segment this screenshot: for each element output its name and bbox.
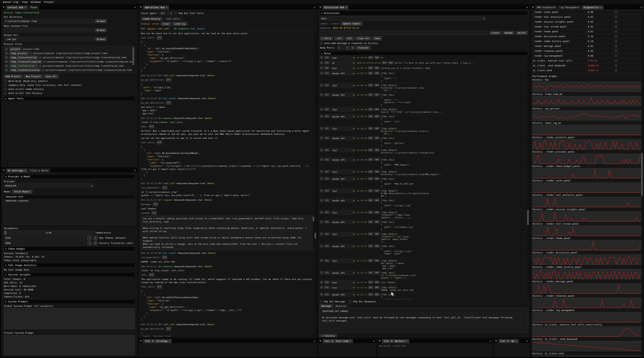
- expand-entry-button[interactable]: [+]: [324, 84, 330, 87]
- add-entry-button[interactable]: +: [320, 199, 323, 202]
- close-icon[interactable]: ×: [600, 6, 602, 8]
- expand-entry-button[interactable]: [+]: [324, 61, 330, 64]
- remove-file-button[interactable]: x: [5, 60, 8, 63]
- entry-save-button[interactable]: Save: [373, 36, 382, 40]
- truncate-button[interactable]: Truncate: [356, 46, 370, 50]
- discussion-entry-row[interactable]: +[+]Vendor API▼14:30:49InsDel[TOOL CALL]…: [320, 157, 528, 169]
- discussion-entry-row[interactable]: +[+]Tool▼14:31:07InsDel[TOOL RESULT] def…: [320, 258, 528, 270]
- diag-checkbox[interactable]: ✓: [615, 64, 617, 67]
- remove-file-button[interactable]: x: [5, 68, 8, 71]
- discussion-entry-row[interactable]: +[+]Vendor API▼14:32:21InsDel[TOOL CALL]…: [320, 292, 528, 299]
- add-entry-button[interactable]: +: [320, 158, 323, 161]
- insert-entry-button[interactable]: Ins: [368, 286, 373, 289]
- expand-entry-button[interactable]: [+]: [324, 293, 330, 296]
- project-file-row[interactable]: xprojectproject.toml: [5, 47, 134, 51]
- scrollbar[interactable]: [642, 5, 643, 356]
- delete-entry-button[interactable]: Del: [374, 137, 380, 139]
- model-list[interactable]: deepseek-chatdeepseek-reasoner: [4, 194, 135, 225]
- expand-entry-button[interactable]: [+]: [324, 245, 330, 247]
- menu-item-windows[interactable]: Windows: [29, 0, 42, 3]
- diag-checkbox[interactable]: ✓: [615, 15, 617, 18]
- scrollbar[interactable]: [315, 32, 316, 337]
- add-entry-button[interactable]: +: [320, 286, 323, 289]
- scrollbar[interactable]: [528, 56, 529, 299]
- delete-entry-button[interactable]: Del: [374, 199, 380, 202]
- diag-checkbox[interactable]: ✓: [615, 45, 617, 47]
- entry-role-select[interactable]: Tool▼: [331, 232, 356, 236]
- insert-entry-button[interactable]: Ins: [368, 93, 373, 96]
- insert-entry-button[interactable]: Ins: [368, 293, 373, 296]
- entry-role-select[interactable]: Vendor API▼: [331, 136, 356, 140]
- insert-entry-button[interactable]: Ins: [368, 271, 373, 274]
- file-chip[interactable]: temp_livecontextsim: [9, 56, 38, 59]
- add-entry-button[interactable]: +: [320, 149, 323, 152]
- rename-button[interactable]: Rename: [502, 31, 514, 35]
- close-icon[interactable]: ×: [346, 6, 347, 8]
- collapse-icon[interactable]: ▼: [319, 6, 322, 9]
- entry--all-button[interactable]: -All: [334, 36, 344, 40]
- close-icon[interactable]: ×: [134, 169, 136, 172]
- diag-checkbox[interactable]: ✓: [615, 40, 617, 42]
- add-entry-button[interactable]: +: [320, 56, 323, 59]
- entry-role-select[interactable]: Tool▼: [331, 170, 356, 174]
- insert-entry-button[interactable]: Ins: [368, 149, 373, 152]
- delete-entry-button[interactable]: Del: [374, 115, 380, 118]
- delete-entry-button[interactable]: Del: [374, 72, 380, 75]
- collapse-icon[interactable]: ▼: [2, 169, 5, 172]
- entry-role-select[interactable]: Vendor API▼: [331, 220, 356, 224]
- expand-entry-button[interactable]: [+]: [324, 56, 330, 59]
- collapse-icon[interactable]: ▼: [494, 340, 498, 343]
- add-entry-button[interactable]: +: [320, 170, 323, 173]
- provider-select[interactable]: deepseek ▼: [4, 183, 94, 188]
- tab-ai-settings[interactable]: AI Settings×: [6, 169, 28, 173]
- discussion-entry-row[interactable]: +[+]Tool▼14:30:46InsDel[TOOL RESULT] Dir…: [320, 148, 528, 157]
- insert-entry-button[interactable]: Ins: [368, 177, 373, 180]
- history-button[interactable]: -> History: [320, 334, 337, 337]
- delete-entry-button[interactable]: Del: [374, 66, 380, 69]
- delete-entry-button[interactable]: Del: [374, 271, 380, 274]
- insert-entry-button[interactable]: Ins: [368, 232, 373, 235]
- add-entry-button[interactable]: +: [320, 127, 323, 130]
- add-entry-button[interactable]: +: [320, 259, 323, 262]
- add-entry-button[interactable]: +: [320, 177, 323, 180]
- entry-role-select[interactable]: Tool▼: [331, 127, 356, 131]
- provider-model-header[interactable]: ▼ Provider & Model: [4, 175, 135, 179]
- file-chip[interactable]: temp_liveaisettingssim: [9, 60, 42, 63]
- add-entry-button[interactable]: +: [320, 115, 323, 118]
- entry-role-select[interactable]: AI▼: [331, 61, 356, 65]
- message-error-box[interactable]: [DEEPSEEK API ERROR] An assistant messag…: [320, 308, 528, 333]
- diag-checkbox[interactable]: ✓: [615, 30, 617, 33]
- discussion-entry-row[interactable]: +[+]Vendor API▼14:30:42InsDel[TOOL CALL]…: [320, 114, 528, 126]
- insert-entry-button[interactable]: Ins: [368, 127, 373, 130]
- expand-entry-button[interactable]: [+]: [324, 232, 330, 235]
- delete-entry-button[interactable]: Del: [374, 211, 380, 214]
- expand-button[interactable]: [+]: [157, 285, 162, 289]
- file-chip[interactable]: temp_liveexecutionsim: [9, 68, 41, 72]
- expand-button[interactable]: [+]: [162, 186, 167, 189]
- add-entry-button[interactable]: +: [320, 189, 323, 192]
- entry-role-select[interactable]: Vendor API▼: [331, 158, 356, 162]
- add-entry-button[interactable]: +: [320, 108, 323, 111]
- expand-button[interactable]: [+]: [152, 211, 157, 215]
- tab-response[interactable]: Response: [334, 304, 348, 308]
- project-file-row[interactable]: xtemp_livecontextsimC:\projects\manual_s…: [5, 55, 134, 59]
- expand-button[interactable]: [+]: [166, 327, 171, 331]
- add-entry-button[interactable]: +: [320, 211, 323, 214]
- tab-log-management[interactable]: Log Management: [558, 5, 581, 9]
- entry-role-select[interactable]: Vendor API▼: [331, 244, 356, 248]
- expand-entry-button[interactable]: [+]: [324, 286, 330, 289]
- delete-button[interactable]: Delete: [516, 31, 528, 35]
- close-icon[interactable]: ×: [169, 340, 170, 342]
- save-all-button[interactable]: Save All: [44, 75, 58, 78]
- plus-button[interactable]: +: [351, 46, 354, 50]
- tool-usage-header[interactable]: ▼ Tool Usage Analytics: [4, 263, 135, 267]
- insert-entry-button[interactable]: Ins: [368, 108, 373, 111]
- insert-entry-button[interactable]: Ins: [368, 281, 373, 284]
- add-entry-button[interactable]: +: [320, 245, 323, 247]
- file-chip[interactable]: project: [9, 47, 22, 51]
- session-insights-header[interactable]: ▼ Session Insights: [4, 272, 135, 277]
- insert-entry-button[interactable]: Ins: [368, 56, 373, 59]
- discussion-entry-row[interactable]: +[+]Vendor API▼14:30:38InsDel[TOOL CALL]…: [320, 92, 528, 107]
- close-icon[interactable]: ×: [25, 6, 26, 8]
- discussion-entry-row[interactable]: +[+]User▼14:30:22InsDeltesting you on a …: [320, 66, 528, 71]
